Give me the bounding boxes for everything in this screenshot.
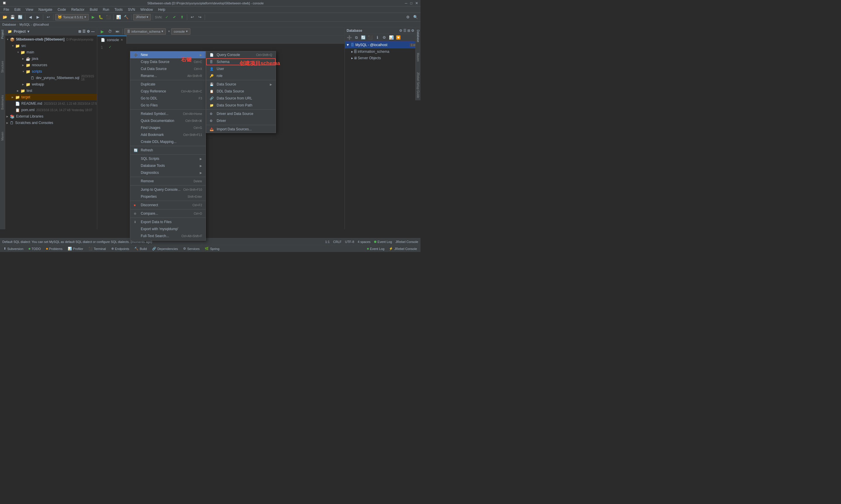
vtab-project[interactable]: Project — [0, 28, 5, 41]
cm-run-sql[interactable]: Run SQL Script... — [130, 239, 206, 241]
db-filter-icon[interactable]: ⚙ — [411, 29, 414, 33]
build-btn[interactable]: 🔨 — [123, 14, 130, 20]
db-server-objects[interactable]: ▶ 🖥 Server Objects — [345, 55, 420, 61]
sub-role[interactable]: 🔑 role — [206, 72, 276, 79]
sub-data-source[interactable]: 💾 Data Source ▶ — [206, 81, 276, 88]
menu-code[interactable]: Code — [55, 7, 68, 12]
back-btn[interactable]: ◀ — [27, 14, 34, 20]
db-information-schema[interactable]: ▶ 🗄 information_schema — [345, 49, 420, 55]
menu-file[interactable]: File — [1, 7, 12, 12]
cm-remove[interactable]: Remove Delete — [130, 178, 206, 185]
sub-ds-path[interactable]: 📁 Data Source from Path — [206, 102, 276, 109]
db-settings-icon[interactable]: ⚙ — [399, 29, 402, 33]
tab-endpoints[interactable]: ⊕ Endpoints — [109, 246, 132, 251]
forward-btn[interactable]: ▶ — [35, 14, 41, 20]
vtab-bookmarks[interactable]: Bookmarks — [0, 93, 5, 112]
console-tab-close[interactable]: ✕ — [121, 38, 123, 41]
menu-tools[interactable]: Tools — [112, 7, 125, 12]
tree-test[interactable]: ▶ 📁 test — [5, 88, 97, 94]
db-settings2-btn[interactable]: ⚙ — [381, 34, 388, 41]
cm-db-tools[interactable]: Database Tools ▶ — [130, 162, 206, 169]
tree-ext-libs[interactable]: ▶ 📚 External Libraries — [5, 113, 97, 120]
vtab-database[interactable]: Database — [416, 28, 420, 44]
sub-schema[interactable]: 🗄 Schema — [206, 58, 276, 65]
open-folder-btn[interactable]: 📂 — [2, 14, 8, 20]
svn-undo-btn[interactable]: ↩ — [189, 14, 195, 20]
tree-target[interactable]: ▶ 📁 target — [5, 94, 97, 100]
svn-commit-btn[interactable]: ✔ — [171, 14, 177, 20]
cm-compare[interactable]: ⊕ Compare... Ctrl+D — [130, 210, 206, 217]
menu-svn[interactable]: SVN — [125, 7, 138, 12]
tab-event-log[interactable]: Event Log — [365, 246, 387, 251]
sub-driver[interactable]: ⚙ Driver — [206, 117, 276, 124]
cm-rename[interactable]: Rename... Alt+Shift+R — [130, 72, 206, 79]
cm-related-sym[interactable]: Related Symbol... Ctrl+Alt+Home — [130, 110, 206, 117]
run-timer-btn[interactable]: ⏱ — [107, 28, 113, 35]
stop-btn[interactable]: ⬛ — [105, 14, 111, 20]
cm-export-dump[interactable]: Export with 'mysqldump' — [130, 226, 206, 232]
jrebel-status[interactable]: JRebel Console — [395, 240, 418, 244]
maximize-button[interactable]: □ — [410, 1, 412, 5]
save-btn[interactable]: 💾 — [9, 14, 16, 20]
sub-driver-ds[interactable]: ⚙ Driver and Data Source — [206, 110, 276, 117]
tree-main[interactable]: ▼ 📁 main — [5, 49, 97, 55]
menu-build[interactable]: Build — [87, 7, 100, 12]
refresh-btn[interactable]: 🔄 — [17, 14, 23, 20]
db-refresh-btn[interactable]: 🔄 — [360, 34, 366, 41]
tab-subversion[interactable]: ⬆ Subversion — [1, 246, 26, 251]
cm-create-ddl[interactable]: Create DDL Mapping... — [130, 138, 206, 145]
db-diagram-btn[interactable]: 📊 — [388, 34, 395, 41]
debug-btn[interactable]: 🐛 — [98, 14, 104, 20]
run-btn[interactable]: ▶ — [90, 14, 96, 20]
svn-check-btn[interactable]: ✓ — [164, 14, 170, 20]
tree-dev-sql[interactable]: ▶ 🗒 dev_yunyou_56between.sql 2023/3/15 1… — [5, 75, 97, 81]
panel-sort-icon[interactable]: ⊞ — [78, 30, 81, 34]
console-selector[interactable]: console ▾ — [171, 28, 190, 35]
cm-refresh[interactable]: 🔄 Refresh — [130, 147, 206, 154]
panel-collapse-icon[interactable]: — — [91, 30, 95, 34]
event-log-status[interactable]: Event Log — [374, 240, 392, 244]
db-info-btn[interactable]: ℹ — [374, 34, 380, 41]
cm-quick-doc[interactable]: Quick Documentation Ctrl+Shift+⌘ — [130, 117, 206, 124]
tree-scratches[interactable]: ▶ 🗒 Scratches and Consoles — [5, 120, 97, 126]
tab-dependencies[interactable]: 🔗 Dependencies — [150, 246, 180, 251]
tree-pom[interactable]: ▶ 📋 pom.xml 2023/3/16 15:14, 14.27 kB Ye… — [5, 107, 97, 113]
vtab-maven[interactable]: Maven — [0, 129, 5, 143]
cm-go-files[interactable]: Go to Files — [130, 102, 206, 109]
vtab-maven-right[interactable]: Maven — [416, 51, 420, 64]
vtab-jrebel-setup[interactable]: JRebel Setup Guide — [416, 70, 420, 101]
db-copy-btn[interactable]: ⧉ — [353, 34, 359, 41]
tab-jrebel-console[interactable]: ⚡ JRebel Console — [387, 246, 419, 251]
menu-refactor[interactable]: Refactor — [69, 7, 87, 12]
cm-duplicate[interactable]: Duplicate — [130, 81, 206, 88]
db-mysql-connection[interactable]: ▼ 🗄 MySQL - @localhost 1 of 4 — [345, 41, 420, 49]
cm-new[interactable]: ➕ New ▶ — [130, 51, 206, 58]
menu-view[interactable]: View — [23, 7, 36, 12]
db-layout-icon[interactable]: ☰ — [403, 29, 407, 33]
undo-btn[interactable]: ↩ — [45, 14, 51, 20]
breadcrumb-db[interactable]: Database — [2, 23, 16, 26]
db-add-btn[interactable]: ➕ — [346, 34, 353, 41]
minimize-button[interactable]: ─ — [405, 1, 407, 5]
run-query-btn[interactable]: ▶ — [99, 28, 105, 35]
tab-terminal[interactable]: ⬛ Terminal — [86, 246, 108, 251]
breadcrumb-mysql[interactable]: MySQL - @localhost — [20, 23, 49, 26]
panel-settings-icon[interactable]: ⚙ — [87, 30, 90, 34]
sub-user[interactable]: 👤 User — [206, 65, 276, 72]
coverage-btn[interactable]: 📊 — [115, 14, 122, 20]
cm-go-ddl[interactable]: Go to DDL F3 — [130, 95, 206, 102]
window-controls[interactable]: ─ □ ✕ — [405, 1, 418, 5]
tab-spring[interactable]: 🌿 Spring — [202, 246, 222, 251]
menu-edit[interactable]: Edit — [12, 7, 23, 12]
panel-filter-icon[interactable]: ☰ — [82, 30, 86, 34]
db-stop-btn[interactable]: ⬛ — [367, 34, 374, 41]
tree-root[interactable]: ▼ 📦 56between-otwb [56between] D:\Projec… — [5, 36, 97, 42]
tab-profiler[interactable]: 📊 Profiler — [65, 246, 86, 251]
search-btn[interactable]: 🔍 — [412, 14, 419, 20]
tab-problems[interactable]: Problems — [44, 247, 65, 251]
schema-selector[interactable]: 🗄 information_schema ▾ — [124, 28, 166, 35]
cm-copy-ref[interactable]: Copy Reference Ctrl+Alt+Shift+C — [130, 88, 206, 95]
cm-add-bookmark[interactable]: Add Bookmark Ctrl+Shift+F11 — [130, 131, 206, 138]
db-filter2-btn[interactable]: 🔽 — [395, 34, 401, 41]
sub-import-ds[interactable]: 📥 Import Data Sources... — [206, 126, 276, 133]
